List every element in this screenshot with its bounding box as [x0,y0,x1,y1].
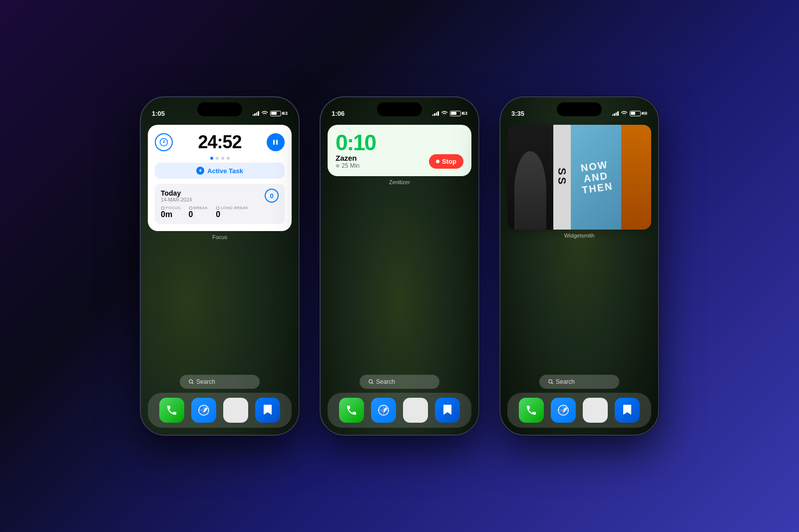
bookmark-app-icon[interactable] [255,398,280,423]
long-break-stat-label: LONG BREAK [216,206,248,210]
phone-3-bookmark-icon[interactable] [615,398,640,423]
phone-2-bookmark-icon[interactable] [435,398,460,423]
break-stat-label: BREAK [189,206,208,210]
battery-container: 63 [450,111,467,116]
phone-2-power-btn[interactable] [478,182,479,217]
svg-point-2 [163,142,165,143]
focus-timer-icon [155,133,173,151]
dot-1 [210,157,213,160]
phone-3-phone-icon[interactable] [519,398,544,423]
signal-bar-1 [432,114,434,116]
svg-line-14 [372,383,374,384]
focus-pause-button[interactable] [267,133,285,151]
phone-3-multi-app-icon[interactable] [583,398,608,423]
focus-stat-value: 0m [161,210,181,219]
phone-2-screen: 1:06 63 [321,97,478,435]
svg-line-21 [552,383,553,384]
today-title-group: Today 14-MAR-2024 [161,189,192,203]
battery-icon [270,111,281,116]
phone-2-multi-app-icon[interactable] [403,398,428,423]
phone-2-search-bar[interactable]: Search [360,375,439,389]
album-ss-text: SS [555,168,568,186]
focus-stat-label: FOCUS [161,206,181,210]
break-stat-icon [189,206,193,210]
search-icon [369,379,374,384]
phone-2: 1:06 63 [320,96,479,436]
dot-2 [216,157,219,160]
phone-3-widget-label: Widgetsmith [507,233,651,239]
today-section: Today 14-MAR-2024 0 FOCUS 0m [155,184,285,224]
signal-bar-3 [436,112,437,116]
plus-icon: + [196,167,204,175]
today-header: Today 14-MAR-2024 0 [161,189,279,203]
signal-bar-2 [254,113,256,116]
phone-glyph [346,404,358,416]
phone-1-widget-label: Focus [148,234,292,240]
phone-1-screen: 1:05 63 [141,97,299,435]
phone-1-search-text: Search [196,378,215,385]
phone-1-widget-area: 24:52 + [148,125,292,240]
phone-3-widget-area: SS NOW AND THEN Widgetsmith [507,125,651,239]
phone-2-widget-area: 0:10 Zazen ✻ 25 Min Stop Zenitize [328,125,471,185]
phone-2-phone-icon[interactable] [339,398,364,423]
focus-widget: 24:52 + [148,125,292,231]
phone-3-screen: 3:35 49 [500,97,658,435]
phone-3-status-icons: 49 [612,111,647,116]
signal-bar-2 [434,113,435,116]
phone-2-signal [432,111,439,116]
active-task-label: Active Task [207,167,243,175]
search-icon [548,379,553,384]
battery-percent: 63 [283,111,288,116]
break-stat: BREAK 0 [189,206,208,219]
multi-app-icon[interactable] [223,398,248,423]
phone-2-dock [328,393,471,428]
album-blue-panel: NOW AND THEN [571,125,621,230]
active-task-button[interactable]: + Active Task [155,163,285,179]
phone-3-safari-icon[interactable] [551,398,576,423]
phone-3-power-btn[interactable] [658,182,659,217]
battery-fill [631,112,635,115]
phone-3-dynamic-island [557,102,602,116]
focus-stat: FOCUS 0m [161,206,181,219]
focus-header: 24:52 [155,132,285,153]
phone-1-dynamic-island [197,102,242,116]
phone-app-icon[interactable] [159,398,184,423]
phone-3-search-bar[interactable]: Search [539,375,619,389]
signal-bar-4 [258,111,259,116]
signal-bar-1 [612,114,614,116]
search-icon [189,379,194,384]
phone-1-search-bar[interactable]: Search [180,375,260,389]
safari-app-icon[interactable] [191,398,216,423]
phone-app-glyph [166,404,178,416]
phone-1-signal [253,111,259,116]
zen-stop-label: Stop [442,158,456,165]
album-widget: SS NOW AND THEN [507,125,651,230]
safari-app-glyph [198,404,210,416]
zen-title: Zazen [336,154,360,162]
svg-point-3 [161,207,164,210]
phone-2-search-text: Search [376,378,395,385]
pause-bar-2 [276,140,278,145]
phone-2-safari-icon[interactable] [371,398,396,423]
zen-info: Zazen ✻ 25 Min [336,154,360,169]
zenitizer-widget: 0:10 Zazen ✻ 25 Min Stop [328,125,471,176]
wifi-icon [441,111,448,116]
battery-icon [630,111,641,116]
zen-duration: ✻ 25 Min [336,162,360,169]
signal-bar-3 [616,112,617,116]
svg-point-5 [216,207,219,210]
pause-bar-1 [273,140,275,145]
wifi-icon [621,111,628,116]
svg-line-1 [164,140,165,142]
safari-glyph [557,404,569,416]
phone-1-time: 1:05 [152,110,165,117]
battery-percent: 49 [642,111,647,116]
zen-stop-button[interactable]: Stop [429,154,463,169]
phone-3-signal [612,111,619,116]
signal-bar-4 [437,111,439,116]
phone-2-widget-label: Zenitizer [328,179,471,185]
battery-container: 49 [630,111,647,116]
phone-1-power-btn[interactable] [299,182,300,217]
phone-3-time: 3:35 [511,110,524,117]
battery-percent: 63 [462,111,467,116]
